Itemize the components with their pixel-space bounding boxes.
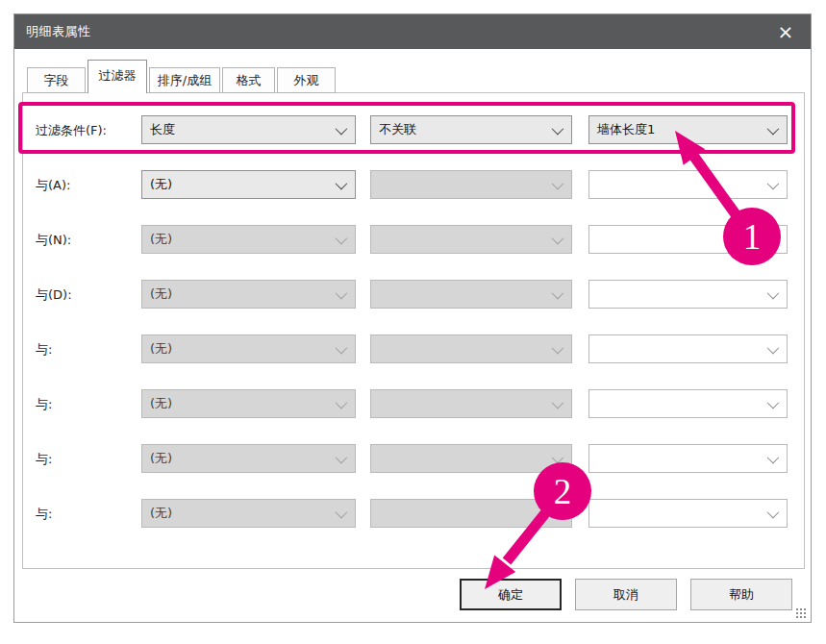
help-button[interactable]: 帮助 [690, 579, 792, 610]
filter-row-label: 过滤条件(F): [36, 122, 107, 139]
filter-operator-select-7 [370, 444, 572, 473]
filter-value-select-1[interactable]: 墙体长度1 [588, 115, 788, 144]
chevron-down-icon [336, 507, 348, 519]
dialog-titlebar[interactable]: 明细表属性 × [14, 14, 811, 49]
chevron-down-icon [767, 507, 780, 519]
filter-row-label: 与(D): [36, 286, 72, 304]
chevron-down-icon [552, 507, 564, 519]
filter-row-label: 与(A): [36, 177, 70, 194]
screen: 明细表属性 × 字段 过滤器 排序/成组 格式 外观 过滤条件(F): 长度 不… [0, 0, 826, 644]
combo-value: (无) [150, 176, 172, 193]
combo-value: (无) [150, 285, 172, 303]
filter-value-select-3[interactable] [588, 225, 788, 254]
filter-row-7: 与: (无) [23, 444, 804, 473]
filter-field-select-2[interactable]: (无) [141, 170, 356, 199]
cancel-button[interactable]: 取消 [575, 579, 677, 610]
filter-row-4: 与(D): (无) [23, 280, 804, 309]
tab-appearance[interactable]: 外观 [277, 67, 336, 93]
combo-value: (无) [150, 231, 172, 248]
filter-value-select-5[interactable] [588, 334, 788, 363]
combo-value: 长度 [150, 121, 175, 138]
combo-value: (无) [150, 450, 172, 467]
chevron-down-icon [336, 452, 348, 464]
chevron-down-icon [552, 233, 564, 245]
chevron-down-icon [767, 233, 780, 245]
filter-row-label: 与: [36, 396, 52, 413]
chevron-down-icon [336, 178, 348, 190]
combo-value: 不关联 [379, 121, 416, 138]
tab-sorting-grouping[interactable]: 排序/成组 [149, 67, 220, 93]
filter-value-select-2[interactable] [588, 170, 788, 199]
chevron-down-icon [767, 178, 780, 190]
filter-operator-select-5 [370, 334, 572, 363]
chevron-down-icon [552, 342, 564, 355]
filter-row-5: 与: (无) [23, 334, 804, 363]
filter-row-label: 与: [36, 506, 52, 523]
chevron-down-icon [336, 287, 348, 300]
filter-row-2: 与(A): (无) [23, 170, 804, 199]
filter-tab-page: 过滤条件(F): 长度 不关联 墙体长度1 与(A): (无) [22, 92, 805, 569]
filter-row-1: 过滤条件(F): 长度 不关联 墙体长度1 [23, 115, 804, 144]
filter-field-select-5: (无) [141, 334, 356, 363]
filter-value-select-6[interactable] [588, 389, 788, 418]
chevron-down-icon [552, 397, 564, 409]
chevron-down-icon [767, 342, 780, 355]
filter-field-select-1[interactable]: 长度 [141, 115, 356, 144]
chevron-down-icon [767, 287, 780, 300]
filter-field-select-7: (无) [141, 444, 356, 473]
tab-formatting[interactable]: 格式 [222, 67, 275, 93]
chevron-down-icon [336, 342, 348, 355]
filter-value-select-8[interactable] [588, 499, 788, 528]
filter-operator-select-1[interactable]: 不关联 [370, 115, 572, 144]
tab-filter[interactable]: 过滤器 [88, 60, 147, 93]
chevron-down-icon [552, 452, 564, 464]
filter-operator-select-3 [370, 225, 572, 254]
filter-operator-select-8 [370, 499, 572, 528]
filter-value-select-7[interactable] [588, 444, 788, 473]
filter-row-label: 与: [36, 341, 52, 359]
combo-value: (无) [150, 395, 172, 412]
dialog-title: 明细表属性 [26, 23, 91, 40]
filter-operator-select-2 [370, 170, 572, 199]
filter-row-6: 与: (无) [23, 389, 804, 418]
chevron-down-icon [552, 287, 564, 300]
filter-operator-select-4 [370, 280, 572, 309]
combo-value: (无) [150, 340, 172, 358]
filter-row-3: 与(N): (无) [23, 225, 804, 254]
combo-value: (无) [150, 505, 172, 522]
chevron-down-icon [336, 233, 348, 245]
tab-fields[interactable]: 字段 [27, 67, 86, 93]
filter-row-label: 与(N): [36, 232, 71, 249]
filter-row-label: 与: [36, 451, 52, 468]
combo-value: 墙体长度1 [597, 121, 655, 138]
tab-strip: 字段 过滤器 排序/成组 格式 外观 [27, 60, 338, 93]
chevron-down-icon [336, 123, 348, 136]
filter-field-select-8: (无) [141, 499, 356, 528]
chevron-down-icon [552, 178, 564, 190]
filter-field-select-4: (无) [141, 280, 356, 309]
chevron-down-icon [336, 397, 348, 409]
filter-operator-select-6 [370, 389, 572, 418]
chevron-down-icon [552, 123, 564, 136]
resize-grip-icon[interactable] [795, 607, 807, 619]
chevron-down-icon [767, 397, 780, 409]
filter-field-select-6: (无) [141, 389, 356, 418]
filter-row-8: 与: (无) [23, 499, 804, 528]
filter-value-select-4[interactable] [588, 280, 788, 309]
ok-button[interactable]: 确定 [460, 579, 562, 610]
chevron-down-icon [767, 452, 780, 464]
filter-field-select-3: (无) [141, 225, 356, 254]
close-icon[interactable]: × [772, 22, 799, 41]
schedule-properties-dialog: 明细表属性 × 字段 过滤器 排序/成组 格式 外观 过滤条件(F): 长度 不… [13, 13, 812, 623]
chevron-down-icon [767, 123, 780, 136]
